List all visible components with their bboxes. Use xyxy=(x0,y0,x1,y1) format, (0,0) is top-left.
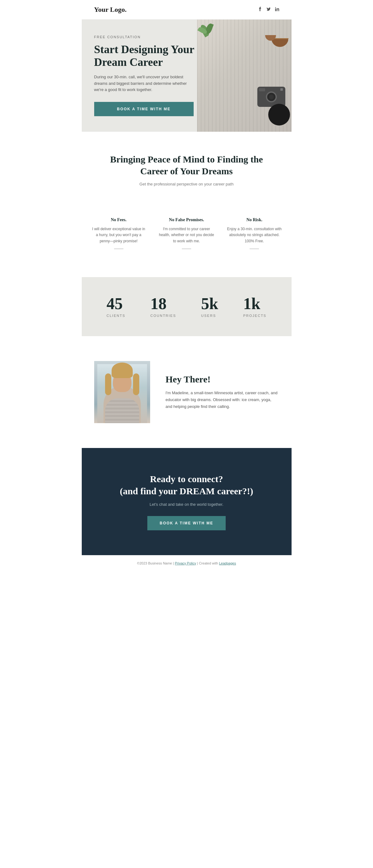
cta-description: Let's chat and take on the world togethe… xyxy=(94,502,279,507)
feature-3-title: No Risk. xyxy=(227,217,282,222)
hero-image xyxy=(197,20,292,132)
stats-section: 45 CLIENTS 18 COUNTRIES 5k USERS 1k PROJ… xyxy=(82,277,292,336)
footer-copyright: ©2023 Business Name | xyxy=(137,561,175,565)
privacy-policy-link[interactable]: Privacy Policy xyxy=(175,561,196,565)
stat-users-label: USERS xyxy=(201,314,218,317)
hero-title: Start Designing Your Dream Career xyxy=(94,43,195,69)
stat-clients: 45 CLIENTS xyxy=(107,296,125,317)
hero-content: FREE CONSULTATION Start Designing Your D… xyxy=(82,20,208,132)
features-section: No Fees. I will deliver exceptional valu… xyxy=(82,217,292,265)
stat-users-number: 5k xyxy=(201,296,218,312)
site-header: Your Logo. xyxy=(82,0,292,20)
feature-item-1: No Fees. I will deliver exceptional valu… xyxy=(88,217,149,249)
feature-2-desc: I'm committed to your career health, whe… xyxy=(159,226,214,244)
peace-heading: Bringing Peace of Mind to Finding the Ca… xyxy=(99,153,274,177)
feature-item-3: No Risk. Enjoy a 30-min. consultation wi… xyxy=(224,217,285,249)
cup-decoration xyxy=(268,104,290,125)
feature-2-divider xyxy=(182,249,191,249)
cta-section: Ready to connect?(and find your DREAM ca… xyxy=(82,448,292,555)
feature-2-title: No False Promises. xyxy=(159,217,214,222)
feature-item-2: No False Promises. I'm committed to your… xyxy=(156,217,217,249)
cta-title: Ready to connect?(and find your DREAM ca… xyxy=(94,473,279,497)
stat-clients-number: 45 xyxy=(107,296,125,312)
stat-countries-label: COUNTRIES xyxy=(150,314,176,317)
stat-users: 5k USERS xyxy=(201,296,218,317)
leadpages-link[interactable]: Leadpages xyxy=(219,561,236,565)
stat-countries-number: 18 xyxy=(150,296,176,312)
about-description: I'm Madeline, a small-town Minnesota art… xyxy=(166,390,279,410)
linkedin-link[interactable] xyxy=(275,7,279,12)
stat-projects-label: PROJECTS xyxy=(243,314,267,317)
about-section: Hey There! I'm Madeline, a small-town Mi… xyxy=(82,336,292,448)
hero-section: FREE CONSULTATION Start Designing Your D… xyxy=(82,20,292,132)
feature-1-desc: I will deliver exceptional value in a hu… xyxy=(91,226,146,244)
about-greeting: Hey There! xyxy=(166,374,279,384)
twitter-link[interactable] xyxy=(266,7,271,12)
peace-section: Bringing Peace of Mind to Finding the Ca… xyxy=(82,132,292,217)
hero-cta-button[interactable]: BOOK A TIME WITH ME xyxy=(94,102,194,116)
peace-subtitle: Get the professional perspective on your… xyxy=(94,182,279,186)
feature-1-title: No Fees. xyxy=(91,217,146,222)
about-photo xyxy=(94,361,150,423)
hero-description: During our 30-min. call, we'll uncover y… xyxy=(94,74,194,93)
stat-clients-label: CLIENTS xyxy=(107,314,125,317)
feature-1-divider xyxy=(114,249,123,249)
cta-button[interactable]: BOOK A TIME WITH ME xyxy=(147,516,226,530)
hero-label: FREE CONSULTATION xyxy=(94,35,195,39)
facebook-link[interactable] xyxy=(258,7,262,12)
feature-3-desc: Enjoy a 30-min. consultation with absolu… xyxy=(227,226,282,244)
social-links xyxy=(258,7,279,12)
site-footer: ©2023 Business Name | Privacy Policy | C… xyxy=(82,555,292,571)
stat-projects-number: 1k xyxy=(243,296,267,312)
footer-separator: | Created with xyxy=(196,561,219,565)
about-content: Hey There! I'm Madeline, a small-town Mi… xyxy=(166,374,279,410)
stat-countries: 18 COUNTRIES xyxy=(150,296,176,317)
site-logo: Your Logo. xyxy=(94,6,127,14)
stat-projects: 1k PROJECTS xyxy=(243,296,267,317)
feature-3-divider xyxy=(250,249,259,249)
